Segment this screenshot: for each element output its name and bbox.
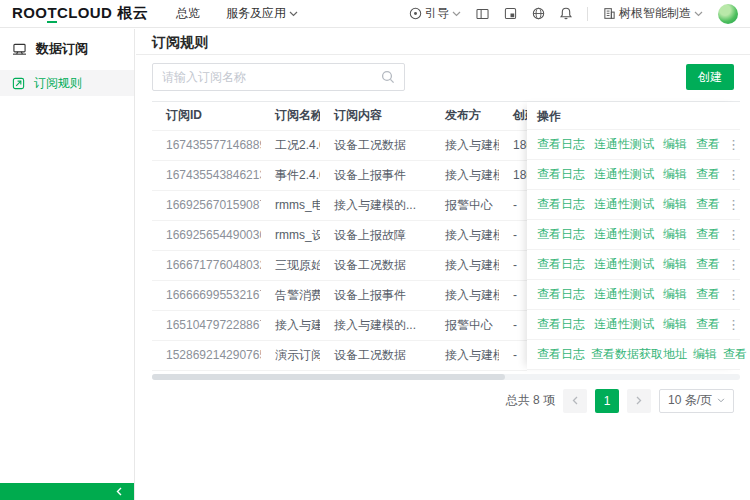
action-link[interactable]: 连通性测试	[594, 166, 654, 183]
cell-name: 工况2.4.0	[261, 130, 320, 160]
table-row: 1669256701590876161rmms_电...接入与建模的...报警中…	[152, 190, 527, 220]
logo-cn-text: 根云	[117, 4, 148, 23]
action-link[interactable]: 查看	[696, 136, 720, 153]
cell-name: 三现原始...	[261, 250, 320, 280]
action-link[interactable]: 查看	[696, 196, 720, 213]
cell-content: 接入与建模的...	[320, 190, 431, 220]
more-actions-icon[interactable]: ⋮	[727, 287, 740, 302]
more-actions-icon[interactable]: ⋮	[727, 317, 740, 332]
subscription-table: 订阅ID订阅名称订阅内容发布方创建时间 1674355771468898305工…	[152, 101, 740, 371]
cell-id: 1674355438462132226	[152, 160, 261, 190]
table-row: 1528692142907650050演示订阅...设备工况数据接入与建模-	[152, 340, 527, 370]
create-button[interactable]: 创建	[686, 64, 734, 90]
action-link[interactable]: 连通性测试	[594, 286, 654, 303]
more-actions-icon[interactable]: ⋮	[727, 257, 740, 272]
action-link[interactable]: 查看日志	[537, 196, 585, 213]
action-link[interactable]: 编辑	[663, 166, 687, 183]
action-link[interactable]: 编辑	[663, 196, 687, 213]
layout-toggle-button[interactable]	[476, 8, 489, 20]
scrollbar-thumb[interactable]	[152, 374, 505, 380]
table-scroll-area: 订阅ID订阅名称订阅内容发布方创建时间 1674355771468898305工…	[152, 102, 527, 371]
rootcloud-logo[interactable]: ROOTCLOUD 根云	[12, 4, 148, 23]
chevron-right-icon	[636, 396, 642, 405]
logo-text: CLOUD	[57, 4, 112, 21]
cell-publisher: 接入与建模	[431, 340, 499, 370]
action-link[interactable]: 查看日志	[537, 256, 585, 273]
action-link[interactable]: 查看日志	[537, 346, 585, 363]
language-button[interactable]	[532, 7, 545, 20]
action-link[interactable]: 连通性测试	[594, 196, 654, 213]
sidebar-collapse-bar[interactable]	[0, 483, 134, 500]
actions-row: 查看日志连通性测试编辑查看⋮	[527, 190, 740, 220]
chevron-down-icon	[717, 398, 725, 403]
actions-row: 查看日志连通性测试编辑查看⋮	[527, 160, 740, 190]
action-link[interactable]: 编辑	[663, 256, 687, 273]
table-row: 1651047972288671745接入与建模接入与建模的...报警中心-	[152, 310, 527, 340]
search-icon[interactable]	[381, 70, 395, 84]
search-input[interactable]	[162, 70, 381, 84]
nav-item-overview[interactable]: 总览	[176, 5, 200, 22]
current-page-button[interactable]: 1	[595, 389, 619, 413]
cell-publisher: 接入与建模	[431, 160, 499, 190]
guide-button[interactable]: 引导	[409, 5, 461, 22]
action-link[interactable]: 查看	[696, 166, 720, 183]
cell-name: 演示订阅...	[261, 340, 320, 370]
cell-name: rmms_设...	[261, 220, 320, 250]
prev-page-button[interactable]	[563, 389, 587, 413]
more-actions-icon[interactable]: ⋮	[727, 227, 740, 242]
table-row: 1666669955321671683告警消费设备上报事件接入与建模-	[152, 280, 527, 310]
layout-columns-icon	[476, 8, 489, 20]
action-link[interactable]: 连通性测试	[594, 256, 654, 273]
cell-created: 186	[499, 160, 527, 190]
action-link[interactable]: 编辑	[663, 226, 687, 243]
cell-content: 设备工况数据	[320, 340, 431, 370]
column-header: 订阅ID	[152, 102, 261, 130]
chevron-down-icon	[289, 11, 298, 17]
apps-button[interactable]	[504, 7, 517, 20]
more-actions-icon[interactable]: ⋮	[727, 137, 740, 152]
more-actions-icon[interactable]: ⋮	[727, 167, 740, 182]
action-link[interactable]: 查看	[696, 256, 720, 273]
org-selector[interactable]: 树根智能制造	[603, 5, 703, 22]
guide-label: 引导	[425, 5, 449, 22]
sidebar-header-data-subscription: 数据订阅	[0, 36, 134, 62]
actions-body: 查看日志连通性测试编辑查看⋮查看日志连通性测试编辑查看⋮查看日志连通性测试编辑查…	[527, 130, 740, 370]
navbar-right: 引导 树根智能制造	[409, 4, 738, 24]
actions-fixed-column: 操作 查看日志连通性测试编辑查看⋮查看日志连通性测试编辑查看⋮查看日志连通性测试…	[527, 102, 740, 370]
chevron-left-icon	[116, 487, 122, 496]
action-link[interactable]: 查看日志	[537, 226, 585, 243]
action-link[interactable]: 连通性测试	[594, 316, 654, 333]
action-link[interactable]: 查看日志	[537, 316, 585, 333]
action-link[interactable]: 查看	[696, 316, 720, 333]
action-link[interactable]: 编辑	[663, 286, 687, 303]
nav-item-services[interactable]: 服务及应用	[226, 5, 298, 22]
top-navbar: ROOTCLOUD 根云 总览 服务及应用 引导	[0, 0, 750, 28]
pagination-total: 总共 8 项	[506, 392, 555, 409]
action-link[interactable]: 查看	[696, 286, 720, 303]
pagination: 总共 8 项 1 10 条/页	[152, 389, 734, 413]
user-avatar[interactable]	[718, 4, 738, 24]
action-link[interactable]: 查看	[696, 226, 720, 243]
page-size-select[interactable]: 10 条/页	[659, 389, 734, 413]
action-link[interactable]: 编辑	[663, 136, 687, 153]
logo-text-underlined-t: T	[47, 4, 57, 23]
more-actions-icon[interactable]: ⋮	[727, 197, 740, 212]
actions-row: 查看日志连通性测试编辑查看⋮	[527, 250, 740, 280]
action-link[interactable]: 查看	[723, 346, 747, 363]
cell-id: 1651047972288671745	[152, 310, 261, 340]
cell-id: 1669256544900308994	[152, 220, 261, 250]
next-page-button[interactable]	[627, 389, 651, 413]
notifications-button[interactable]	[560, 7, 572, 20]
action-link[interactable]: 查看日志	[537, 166, 585, 183]
action-link[interactable]: 编辑	[693, 346, 717, 363]
action-link[interactable]: 查看日志	[537, 136, 585, 153]
action-link[interactable]: 查看日志	[537, 286, 585, 303]
action-link[interactable]: 连通性测试	[594, 226, 654, 243]
sidebar: 数据订阅 订阅规则	[0, 29, 135, 500]
action-link[interactable]: 连通性测试	[594, 136, 654, 153]
sidebar-item-subscription-rules[interactable]: 订阅规则	[0, 70, 134, 96]
action-link[interactable]: 查看数据获取地址	[591, 346, 687, 363]
page-size-value: 10 条/页	[668, 392, 712, 409]
action-link[interactable]: 编辑	[663, 316, 687, 333]
actions-row: 查看日志查看数据获取地址编辑查看⋮	[527, 340, 740, 370]
